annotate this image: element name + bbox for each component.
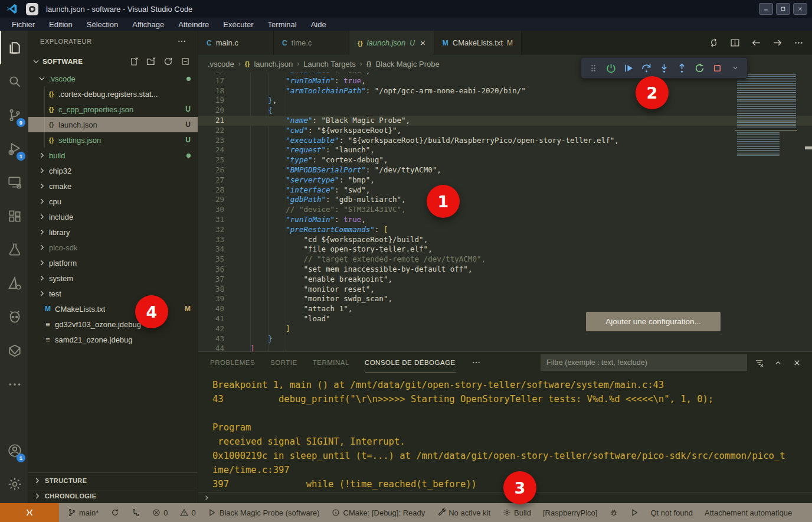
tree-item[interactable]: cpu (28, 194, 198, 209)
menu-item[interactable]: Atteindre (171, 20, 216, 29)
activity-item[interactable] (0, 266, 28, 300)
grip-icon[interactable] (585, 60, 601, 76)
new-file-icon[interactable] (129, 56, 139, 67)
tree-item[interactable]: platform (28, 255, 198, 270)
more-actions-icon[interactable] (176, 36, 187, 47)
status-item[interactable]: 0 (179, 508, 195, 517)
refresh-icon[interactable] (163, 56, 173, 67)
breadcrumb-item[interactable]: {} Black Magic Probe › (366, 60, 440, 68)
activity-item[interactable] (0, 31, 28, 64)
status-item[interactable]: Attachement automatique (705, 508, 792, 517)
new-folder-icon[interactable] (146, 56, 156, 67)
status-item[interactable]: [RaspberryPico] (543, 508, 597, 517)
activity-item[interactable] (0, 300, 28, 334)
step-out-icon[interactable] (674, 60, 690, 76)
close-panel-icon[interactable] (791, 357, 802, 368)
status-item[interactable] (131, 508, 140, 517)
tree-item[interactable]: M CMakeLists.txt M (28, 301, 198, 317)
folder-section-header[interactable]: SOFTWARE (28, 52, 198, 71)
activity-item[interactable] (0, 367, 28, 401)
activity-item[interactable]: 1 (0, 433, 28, 467)
tree-item[interactable]: {} c_cpp_properties.json U (28, 102, 198, 117)
add-configuration-button[interactable]: Ajouter une configuration... (586, 312, 721, 331)
status-item[interactable]: CMake: [Debug]: Ready (332, 508, 425, 517)
editor-scrollbar[interactable] (804, 73, 812, 351)
activity-item[interactable] (0, 165, 28, 199)
tree-item[interactable]: {} settings.json U (28, 132, 198, 148)
menu-item[interactable]: Fichier (5, 20, 42, 29)
menu-item[interactable]: Exécuter (216, 20, 260, 29)
menu-item[interactable]: Terminal (261, 20, 304, 29)
continue-icon[interactable] (621, 60, 637, 76)
maximize-panel-icon[interactable] (772, 357, 783, 368)
tree-item[interactable]: pico-sdk (28, 240, 198, 255)
tree-item[interactable]: .vscode (28, 71, 198, 86)
sidebar-section[interactable]: CHRONOLOGIE (28, 488, 198, 503)
status-item[interactable]: No active kit (437, 508, 490, 517)
tree-item[interactable]: {} launch.json U (28, 117, 198, 132)
status-item[interactable]: Qt not found (650, 508, 693, 517)
status-item[interactable] (609, 508, 618, 517)
activity-item[interactable] (0, 467, 28, 501)
status-item[interactable]: Black Magic Probe (software) (208, 508, 320, 517)
tree-item[interactable]: library (28, 224, 198, 240)
stop-icon[interactable] (709, 60, 725, 76)
minimize-button[interactable] (759, 3, 773, 15)
arrow-left-icon[interactable] (751, 38, 761, 48)
panel-tab[interactable]: TERMINAL (313, 352, 349, 373)
power-icon[interactable] (603, 60, 619, 76)
restart-icon[interactable] (692, 60, 708, 76)
ellipsis-icon[interactable] (793, 38, 804, 48)
tree-item[interactable]: {} .cortex-debug.registers.stat... (28, 86, 198, 102)
menu-item[interactable]: Aide (304, 20, 333, 29)
activity-item[interactable]: 9 (0, 98, 28, 132)
swap-icon[interactable] (708, 38, 719, 48)
editor-tab[interactable]: M CMakeLists.txt M (434, 31, 522, 55)
editor-tab[interactable]: C time.c (274, 31, 349, 55)
remote-indicator[interactable] (0, 503, 59, 522)
arrow-right-icon[interactable] (772, 38, 782, 48)
tree-item[interactable]: chip32 (28, 163, 198, 178)
step-over-icon[interactable] (639, 60, 654, 76)
activity-item[interactable] (0, 199, 28, 233)
tree-item[interactable]: ≡ samd21_ozone.jdebug (28, 332, 198, 347)
breadcrumb-item[interactable]: .vscode › (208, 60, 241, 68)
breadcrumb-item[interactable]: {} launch.json › (245, 60, 299, 68)
filter-box[interactable] (541, 354, 747, 371)
status-item[interactable]: main* (67, 508, 99, 517)
code-editor[interactable]: 16 "interface": "swd", 17 "runToMain": t… (198, 73, 812, 351)
status-item[interactable]: 0 (152, 508, 168, 517)
debug-console[interactable]: Breakpoint 1, main () at /mnt/data/git/o… (198, 373, 812, 492)
collapse-all-icon[interactable] (180, 56, 191, 67)
tree-item[interactable]: include (28, 209, 198, 224)
tree-item[interactable]: ≡ gd32vf103_ozone.jdebug (28, 317, 198, 332)
breadcrumb-item[interactable]: Launch Targets › (303, 60, 362, 68)
filter-input[interactable] (541, 354, 747, 371)
menu-item[interactable]: Sélection (80, 20, 125, 29)
maximize-button[interactable] (776, 3, 790, 15)
split-icon[interactable] (729, 38, 740, 48)
minimap[interactable] (735, 73, 803, 351)
close-button[interactable] (793, 3, 807, 15)
activity-item[interactable] (0, 334, 28, 367)
activity-item[interactable]: 1 (0, 132, 28, 165)
chev-down-icon[interactable] (727, 60, 743, 76)
panel-tab[interactable]: CONSOLE DE DÉBOGAGE (365, 352, 456, 373)
close-icon[interactable]: × (420, 38, 425, 48)
editor-tab[interactable]: {} launch.json U × (349, 31, 434, 55)
tree-item[interactable]: build (28, 148, 198, 163)
panel-tab[interactable]: SORTIE (270, 352, 297, 373)
sidebar-section[interactable]: STRUCTURE (28, 472, 198, 488)
menu-item[interactable]: Edition (42, 20, 80, 29)
filter-icon[interactable] (754, 357, 764, 368)
panel-more-icon[interactable] (471, 357, 482, 368)
status-item[interactable]: Build (502, 508, 531, 517)
status-item[interactable] (110, 508, 119, 517)
step-into-icon[interactable] (656, 60, 672, 76)
editor-tab[interactable]: C main.c (198, 31, 274, 55)
activity-item[interactable] (0, 233, 28, 266)
panel-tab[interactable]: PROBLÈMES (210, 352, 255, 373)
menu-item[interactable]: Affichage (125, 20, 171, 29)
tree-item[interactable]: test (28, 286, 198, 301)
activity-item[interactable] (0, 64, 28, 98)
